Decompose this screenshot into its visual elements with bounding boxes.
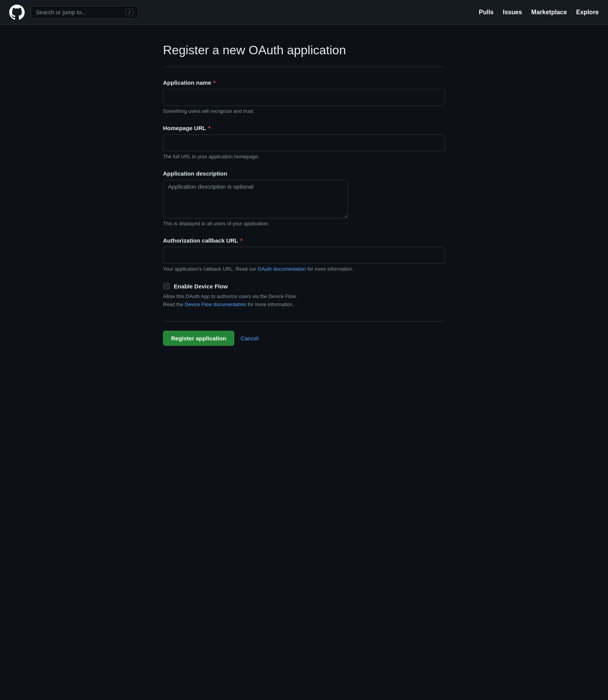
app-description-hint: This is displayed to all users of your a… <box>163 221 445 226</box>
app-name-group: Application name * Something users will … <box>163 79 445 114</box>
callback-url-group: Authorization callback URL * Your applic… <box>163 237 445 272</box>
app-description-label: Application description <box>163 170 445 177</box>
callback-url-required: * <box>240 238 242 244</box>
homepage-url-required: * <box>208 125 210 131</box>
form-actions: Register application Cancel <box>163 321 445 346</box>
device-flow-docs-link[interactable]: Device Flow documentation <box>185 301 246 307</box>
register-application-button[interactable]: Register application <box>163 331 234 346</box>
nav-issues[interactable]: Issues <box>503 9 522 16</box>
search-kbd: / <box>126 8 134 16</box>
navbar-links: Pulls Issues Marketplace Explore <box>479 9 599 16</box>
app-name-input[interactable] <box>163 89 445 106</box>
device-flow-label[interactable]: Enable Device Flow <box>163 283 445 290</box>
cancel-link[interactable]: Cancel <box>240 335 259 342</box>
callback-url-input[interactable] <box>163 247 445 264</box>
oauth-docs-link[interactable]: OAuth documentation <box>258 266 306 272</box>
homepage-url-group: Homepage URL * The full URL to your appl… <box>163 125 445 159</box>
device-flow-checkbox[interactable] <box>163 283 170 290</box>
oauth-form: Application name * Something users will … <box>163 79 445 346</box>
search-placeholder: Search or jump to... <box>36 9 123 15</box>
device-flow-group: Enable Device Flow Allow this OAuth App … <box>163 283 445 309</box>
app-description-textarea[interactable] <box>163 180 348 218</box>
main-content: Register a new OAuth application Applica… <box>154 25 454 377</box>
app-description-group: Application description This is displaye… <box>163 170 445 226</box>
homepage-url-input[interactable] <box>163 134 445 151</box>
nav-explore[interactable]: Explore <box>576 9 599 16</box>
nav-pulls[interactable]: Pulls <box>479 9 494 16</box>
navbar: Search or jump to... / Pulls Issues Mark… <box>0 0 608 25</box>
homepage-url-hint: The full URL to your application homepag… <box>163 154 445 159</box>
app-name-hint: Something users will recognize and trust… <box>163 108 445 114</box>
github-logo[interactable] <box>9 5 25 20</box>
search-box[interactable]: Search or jump to... / <box>31 6 139 19</box>
nav-marketplace[interactable]: Marketplace <box>531 9 567 16</box>
app-name-label: Application name * <box>163 79 445 86</box>
homepage-url-label: Homepage URL * <box>163 125 445 131</box>
device-flow-hint: Allow this OAuth App to authorize users … <box>163 293 445 309</box>
page-title: Register a new OAuth application <box>163 43 445 57</box>
callback-url-hint: Your application's callback URL. Read ou… <box>163 266 445 272</box>
app-name-required: * <box>213 80 215 86</box>
callback-url-label: Authorization callback URL * <box>163 237 445 244</box>
title-divider <box>163 67 445 67</box>
